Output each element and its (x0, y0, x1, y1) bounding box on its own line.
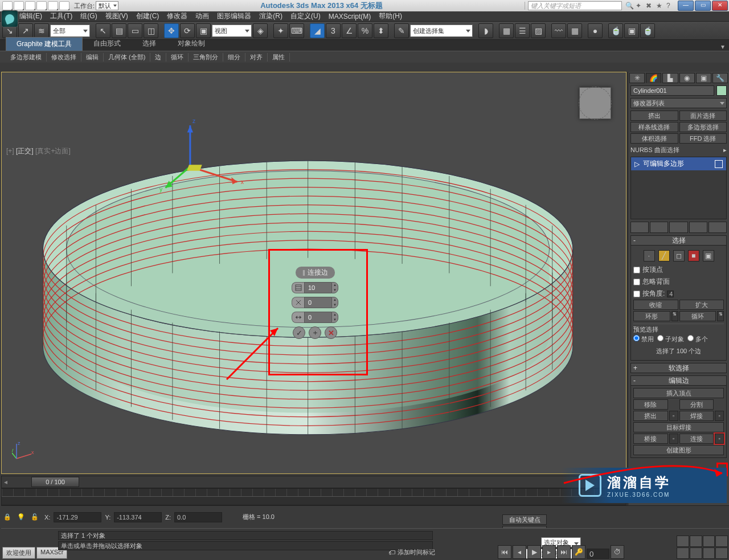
select-name-icon[interactable]: ▤ (112, 23, 126, 38)
subobj-element-icon[interactable]: ▣ (703, 250, 714, 261)
split-button[interactable]: 分割 (679, 399, 714, 410)
menu-rendering[interactable]: 渲染(R) (259, 11, 282, 21)
qat-save-icon[interactable] (25, 1, 35, 10)
connect-edges-caddy[interactable]: 连接边 ▲▼ ▲▼ ▲▼ ✓ ＋ ✕ (284, 267, 346, 339)
caddy-cancel-button[interactable]: ✕ (325, 326, 337, 339)
zoom-all-icon[interactable] (690, 536, 702, 547)
bridge-settings-button[interactable]: ▫ (669, 434, 678, 444)
subobj-border-icon[interactable]: ◻ (673, 250, 685, 261)
pinch-spinner-arrows[interactable]: ▲▼ (331, 297, 338, 308)
window-crossing-icon[interactable]: ◫ (144, 23, 158, 38)
rollout-editedges-header[interactable]: -编辑边 (630, 375, 727, 386)
ring-spinner[interactable]: ⇅ (671, 311, 678, 321)
goto-end-icon[interactable]: ⏭ (557, 545, 571, 559)
menu-group[interactable]: 组(G) (80, 11, 97, 21)
next-frame-icon[interactable]: ▸ (542, 545, 556, 559)
select-rotate-icon[interactable]: ⟳ (180, 23, 195, 38)
rendered-frame-icon[interactable]: ▣ (624, 23, 639, 38)
rollout-selection-header[interactable]: -选择 (630, 235, 727, 246)
key-mode-icon[interactable]: 🔑 (572, 545, 585, 559)
qat-undo-icon[interactable] (36, 1, 47, 10)
material-editor-icon[interactable]: ● (588, 23, 603, 38)
menu-customize[interactable]: 自定义(U) (290, 11, 321, 21)
select-manipulate-icon[interactable]: ✦ (273, 23, 288, 38)
bind-spacewarp-icon[interactable]: ≋ (34, 23, 49, 38)
slide-spinner-arrows[interactable]: ▲▼ (331, 312, 338, 323)
ribbon-tab-objectpaint[interactable]: 对象绘制 (167, 36, 216, 51)
stack-editable-poly[interactable]: ▷ 可编辑多边形 (631, 157, 726, 170)
tab-utilities-icon[interactable]: 🔧 (712, 73, 728, 83)
remove-button[interactable]: 移除 (633, 399, 668, 410)
loop-spinner[interactable]: ⇅ (717, 311, 724, 321)
percent-snap-icon[interactable]: % (358, 23, 372, 38)
autokey-button[interactable]: 自动关键点 (502, 514, 547, 525)
subobj-vertex-icon[interactable]: · (644, 250, 655, 261)
prev-frame-icon[interactable]: ◂ (513, 545, 526, 559)
zoom-extents-all-icon[interactable] (715, 536, 728, 547)
exchange-icon[interactable]: ✖ (646, 2, 654, 10)
rollout-softsel-header[interactable]: +软选择 (630, 363, 727, 373)
select-region-rect-icon[interactable]: ▭ (128, 23, 142, 38)
schematic-view-icon[interactable]: ▦ (567, 23, 582, 38)
insert-vertex-button[interactable]: 插入顶点 (633, 388, 724, 398)
lock-selection-icon[interactable]: 🔒 (3, 513, 14, 521)
current-frame-input[interactable] (587, 549, 609, 559)
subpanel-prop[interactable]: 属性 (268, 53, 290, 62)
tab-hierarchy-icon[interactable]: ▙ (662, 73, 678, 83)
time-slider[interactable]: ◂ 0 / 100 (1, 476, 626, 488)
curve-editor-icon[interactable]: 〰 (551, 23, 566, 38)
coord-x-input[interactable]: -171.29 (54, 512, 101, 522)
align-icon[interactable]: ▦ (499, 23, 514, 38)
subpanel-loop[interactable]: 循环 (166, 53, 189, 62)
btn-patch-select[interactable]: 面片选择 (679, 111, 727, 121)
pin-stack-icon[interactable] (630, 222, 649, 233)
workspace-dropdown[interactable]: 默认 (96, 1, 118, 10)
subpanel-geom[interactable]: 几何体 (全部) (104, 53, 150, 62)
tab-modify-icon[interactable]: 🌈 (646, 73, 661, 83)
ring-button[interactable]: 环形 (633, 311, 670, 321)
grasupour- ic[interactable]: ▨ (531, 23, 546, 38)
object-color-swatch[interactable] (716, 85, 727, 96)
btn-vol-select[interactable]: 体积选择 (630, 133, 678, 144)
menu-edit[interactable]: 编辑(E) (19, 11, 42, 21)
weld-button[interactable]: 焊接 (679, 411, 714, 421)
menu-modifiers[interactable]: 修改器 (167, 11, 187, 21)
subpanel-edit[interactable]: 编辑 (81, 53, 104, 62)
ignore-backfacing-checkbox[interactable]: 忽略背面 (633, 276, 724, 288)
subscription-icon[interactable]: ✦ (636, 2, 644, 10)
loop-button[interactable]: 循环 (679, 311, 716, 321)
subobj-polygon-icon[interactable]: ■ (688, 250, 699, 261)
stack-expand-icon[interactable]: ▷ (634, 160, 640, 168)
zoom-icon[interactable] (677, 536, 689, 547)
search-icon[interactable]: 🔍 (625, 2, 633, 10)
preview-multi-radio[interactable]: 多个 (687, 335, 708, 344)
track-bar[interactable] (1, 488, 626, 505)
select-scale-icon[interactable]: ▣ (196, 23, 211, 38)
tab-display-icon[interactable]: ▣ (696, 73, 711, 83)
spinner-snap-icon[interactable]: ⬍ (374, 23, 388, 38)
connect-settings-button[interactable]: ▫ (715, 434, 724, 444)
btn-spline-select[interactable]: 样条线选择 (630, 122, 678, 132)
caddy-title[interactable]: 连接边 (296, 267, 335, 279)
help-icon[interactable]: ? (666, 2, 674, 10)
subpanel-align[interactable]: 对齐 (245, 53, 268, 62)
minimize-button[interactable]: — (678, 1, 694, 11)
orbit-icon[interactable] (703, 547, 715, 559)
qat-new-icon[interactable] (2, 1, 13, 10)
maximize-button[interactable]: ▭ (695, 1, 711, 11)
welcome-tab[interactable]: 欢迎使用 (2, 547, 35, 559)
subpanel-edge[interactable]: 边 (150, 53, 166, 62)
pinch-input[interactable] (304, 297, 331, 308)
viewcube[interactable] (579, 87, 611, 119)
pinch-spinner[interactable]: ▲▼ (292, 297, 338, 308)
subobj-edge-icon[interactable]: ╱ (658, 250, 670, 261)
menu-views[interactable]: 视图(V) (105, 11, 128, 21)
render-production-icon[interactable]: 🍵 (640, 23, 655, 38)
zoom-extents-icon[interactable] (703, 536, 715, 547)
snap-2d-icon[interactable]: ◢ (310, 23, 325, 38)
ribbon-expand-icon[interactable]: ▾ (721, 43, 724, 51)
pan-icon[interactable] (690, 547, 702, 559)
render-setup-icon[interactable]: 🍵 (608, 23, 623, 38)
edit-named-sel-icon[interactable]: ✎ (394, 23, 409, 38)
bridge-button[interactable]: 桥接 (633, 434, 668, 444)
